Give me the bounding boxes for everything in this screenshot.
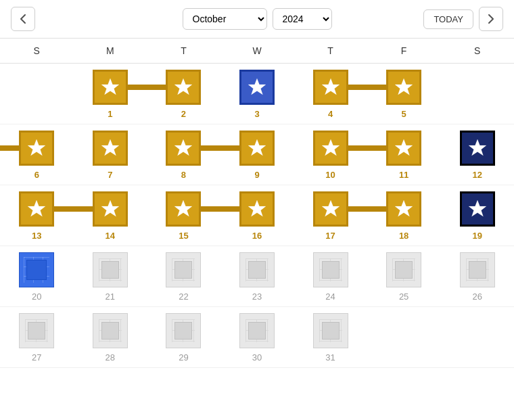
day-number: 6 [34,170,39,180]
star-box[interactable] [239,70,275,105]
day-cell[interactable]: 3 [220,64,294,123]
day-cell[interactable]: 2 [147,64,220,123]
day-cell[interactable]: 8 [147,125,220,184]
day-number: 14 [106,231,115,241]
star-event-wrap [440,131,514,166]
star-box[interactable] [313,131,348,166]
svg-marker-6 [101,139,119,156]
prev-month-button[interactable] [11,7,35,31]
day-number: 8 [181,170,186,180]
day-cell[interactable]: 23 [220,247,294,306]
day-cell[interactable]: 11 [367,125,441,184]
star-box[interactable] [93,70,128,105]
star-box[interactable] [19,131,54,166]
day-cell[interactable]: 12 [440,125,514,184]
week-row: 1 2 3 4 5 [0,64,514,124]
day-number: 31 [325,352,335,363]
day-number: 20 [32,291,41,302]
day-header-s: S [0,39,74,63]
svg-marker-2 [248,78,266,95]
empty-day-box[interactable] [313,252,348,287]
star-event-wrap [367,70,441,105]
day-cell[interactable]: 7 [74,125,147,184]
day-number: 23 [252,291,262,302]
star-box[interactable] [166,70,201,105]
empty-day-box[interactable] [239,313,275,348]
day-cell[interactable]: 19 [440,186,514,245]
star-box[interactable] [93,131,128,166]
empty-day-box[interactable] [239,252,275,287]
star-box[interactable] [93,191,128,227]
star-box[interactable] [239,131,275,166]
day-cell[interactable]: 5 [367,64,441,123]
day-headers: SMTWTFS [0,39,514,64]
day-cell[interactable]: 1 [74,64,147,123]
svg-marker-13 [101,200,119,216]
empty-day-box[interactable] [166,313,201,348]
day-cell[interactable]: 28 [74,308,147,367]
day-cell[interactable]: 27 [0,308,74,367]
day-cell[interactable]: 31 [294,308,367,367]
day-cell[interactable]: 13 [0,186,74,245]
empty-day-box[interactable] [19,313,54,348]
day-cell[interactable]: 30 [220,308,294,367]
bar-left [74,206,93,212]
day-cell[interactable]: 6 [0,125,74,184]
day-cell[interactable]: 16 [220,186,294,245]
day-number: 22 [179,291,188,302]
day-cell[interactable]: 25 [367,247,441,306]
day-cell[interactable]: 20 [0,247,74,306]
star-box[interactable] [19,191,54,227]
star-box[interactable] [313,191,348,227]
year-select[interactable]: 20222023202420252026 [273,8,332,30]
empty-day-box[interactable] [386,252,421,287]
star-event-wrap [220,131,294,166]
star-box[interactable] [239,191,275,227]
day-number: 25 [399,291,408,302]
week-row: 20212223242526 [0,246,514,307]
empty-day-box[interactable] [166,252,201,287]
calendar-grid: SMTWTFS 1 2 3 4 5 6 7 8 9 10 11 12 13 14… [0,39,514,368]
bar-left [367,85,386,90]
day-number: 12 [472,170,482,180]
star-box[interactable] [166,131,201,166]
empty-day-box[interactable] [460,252,495,287]
empty-day-box[interactable] [93,313,128,348]
day-number: 9 [254,170,259,180]
star-event-wrap [220,70,294,105]
day-cell[interactable]: 24 [294,247,367,306]
day-cell[interactable]: 10 [294,125,367,184]
today-box[interactable] [19,252,54,287]
today-button[interactable]: TODAY [423,9,473,29]
star-box[interactable] [166,191,201,227]
star-box[interactable] [313,70,348,105]
day-cell[interactable]: 18 [367,186,441,245]
star-box[interactable] [386,131,421,166]
star-event-wrap [147,191,220,227]
day-number: 3 [254,109,259,119]
star-box[interactable] [460,131,495,166]
day-cell[interactable]: 26 [440,247,514,306]
star-box[interactable] [386,191,421,227]
empty-day-box[interactable] [93,252,128,287]
day-cell[interactable]: 9 [220,125,294,184]
month-select[interactable]: JanuaryFebruaryMarchAprilMayJuneJulyAugu… [183,8,267,30]
day-cell[interactable]: 22 [147,247,220,306]
day-cell[interactable]: 29 [147,308,220,367]
day-cell[interactable]: 17 [294,186,367,245]
day-cell[interactable]: 21 [74,247,147,306]
empty-day-box[interactable] [313,313,348,348]
day-cell[interactable]: 4 [294,64,367,123]
day-number: 16 [252,231,262,241]
star-box[interactable] [386,70,421,105]
svg-marker-3 [322,78,340,95]
bar-left [0,206,19,212]
bar-right [201,145,220,151]
next-month-button[interactable] [479,7,503,31]
day-cell[interactable]: 14 [74,186,147,245]
star-event-wrap [147,70,220,105]
star-box[interactable] [460,191,495,227]
day-cell[interactable]: 15 [147,186,220,245]
bar-right [275,206,294,212]
day-number: 1 [108,109,112,119]
